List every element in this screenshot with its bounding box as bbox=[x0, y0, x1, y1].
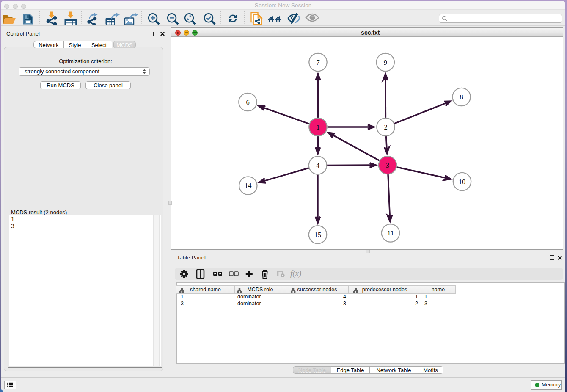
svg-text:1: 1 bbox=[316, 123, 319, 131]
svg-text:15: 15 bbox=[314, 231, 322, 239]
svg-text:10: 10 bbox=[459, 178, 466, 186]
svg-text:11: 11 bbox=[387, 229, 394, 237]
svg-text:14: 14 bbox=[245, 182, 252, 190]
svg-text:6: 6 bbox=[246, 98, 249, 106]
svg-text:7: 7 bbox=[316, 58, 319, 66]
svg-text:3: 3 bbox=[386, 161, 389, 169]
svg-text:9: 9 bbox=[384, 58, 387, 66]
svg-text:8: 8 bbox=[460, 93, 463, 101]
svg-text:4: 4 bbox=[316, 161, 319, 169]
svg-text:2: 2 bbox=[384, 123, 387, 131]
